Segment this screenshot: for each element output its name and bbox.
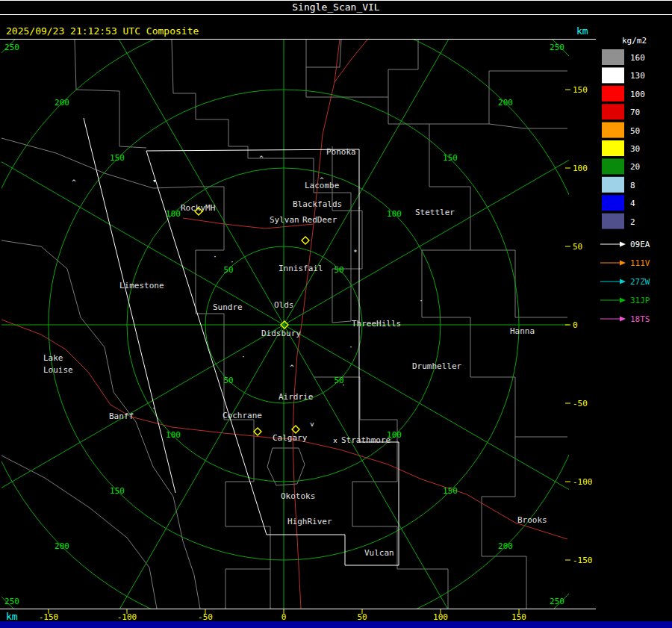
city-label: Banff [109, 411, 134, 421]
city-label: Strathmore [341, 435, 391, 445]
axis-label-right: 0 [573, 320, 578, 330]
legend-swatch [602, 86, 624, 102]
city-label: Olds [274, 300, 294, 310]
legend-value-label: 2 [630, 217, 635, 227]
city-label: Ponoka [326, 147, 356, 157]
ring-range-label: 100 [166, 209, 181, 219]
legend-unit-label: kg/m2 [622, 36, 647, 46]
ring-range-label: 50 [223, 376, 233, 385]
point-marker-icon: · [230, 258, 234, 266]
ring-range-label: 200 [55, 98, 69, 108]
legend-value-label: 4 [630, 199, 635, 208]
city-label: Cochrane [223, 411, 262, 420]
city-label: Calgary [273, 433, 308, 443]
bottom-bar [0, 621, 672, 628]
point-marker-icon: ^ [72, 178, 76, 186]
legend-swatch [602, 67, 624, 83]
right-axis-unit-label: km [576, 25, 588, 37]
ring-range-label: 200 [498, 98, 513, 108]
city-label: Sundre [213, 302, 243, 312]
city-label: ThreeHills [352, 319, 401, 329]
city-label: Innisfail [279, 264, 323, 273]
city-label: Hanna [510, 326, 535, 336]
background [0, 0, 672, 628]
ring-range-label: 100 [387, 209, 402, 219]
legend-swatch [602, 122, 624, 138]
axis-label-bottom: -50 [198, 612, 213, 622]
axis-label-right: 100 [573, 164, 588, 173]
point-marker-icon: ▾ [152, 177, 156, 184]
ring-range-label: 250 [4, 597, 19, 606]
point-marker-icon: ^ [290, 364, 294, 371]
legend-value-label: 20 [630, 162, 640, 172]
city-label: Blackfalds [293, 199, 342, 209]
city-label: Vulcan [364, 548, 394, 558]
window-title: Single_Scan_VIL [292, 1, 380, 13]
legend-swatch [602, 195, 624, 211]
ring-range-label: 250 [550, 597, 564, 606]
city-label: HighRiver [287, 517, 332, 526]
legend-value-label: 70 [630, 108, 640, 117]
point-marker-icon: · [213, 253, 217, 261]
axis-label-right: 50 [573, 242, 582, 252]
point-marker-icon: · [349, 343, 352, 351]
screen-canvas: Single_Scan_VIL 2025/09/23 21:12:53 UTC … [0, 0, 672, 628]
radar-id-label: 31JP [630, 296, 650, 305]
point-marker-icon: ^ [320, 176, 324, 184]
city-label: Stettler [415, 208, 455, 217]
radar-id-label: 09EA [630, 240, 650, 249]
point-marker-icon: · [241, 353, 245, 361]
axis-label-bottom: 150 [511, 612, 526, 622]
ring-range-label: 150 [443, 153, 458, 163]
legend-swatch [602, 177, 624, 193]
point-marker-icon: · [419, 297, 423, 305]
legend-swatch [602, 214, 624, 229]
axis-label-bottom: 100 [433, 612, 448, 622]
legend-value-label: 160 [630, 53, 645, 63]
city-label: Airdrie [279, 392, 313, 402]
ring-range-label: 100 [166, 430, 181, 440]
axis-label-right: -150 [573, 556, 593, 565]
point-marker-icon: · [357, 205, 361, 212]
radar-id-label: 27ZW [630, 277, 650, 287]
axis-label-bottom: 0 [281, 612, 287, 622]
city-label: Didsbury [261, 329, 301, 338]
legend-swatch [602, 158, 624, 174]
legend-value-label: 30 [630, 144, 640, 154]
city-label: Limestone [119, 281, 164, 290]
ring-range-label: 150 [110, 153, 125, 163]
city-label: Drumheller [412, 361, 462, 371]
legend-value-label: 50 [630, 126, 640, 136]
ring-range-label: 200 [498, 541, 513, 551]
point-marker-icon: x [333, 437, 337, 444]
radar-id-label: 111V [630, 258, 650, 268]
ring-range-label: 150 [110, 486, 125, 496]
axis-label-bottom: 50 [357, 612, 367, 622]
legend-swatch [602, 104, 624, 119]
ring-range-label: 50 [223, 265, 233, 275]
city-label: Okotoks [281, 491, 315, 501]
legend-value-label: 100 [630, 90, 645, 99]
radar-id-label: 18TS [630, 314, 650, 324]
ring-range-label: 200 [55, 541, 69, 551]
ring-range-label: 50 [334, 265, 343, 275]
legend-swatch [602, 49, 624, 65]
axis-label-right: 150 [573, 85, 588, 95]
city-label: RedDeer [302, 215, 337, 225]
city-label: Louise [43, 365, 73, 375]
axis-label-bottom: -150 [39, 612, 59, 622]
legend-value-label: 130 [630, 71, 645, 81]
bottom-axis-unit-label: km [6, 611, 18, 622]
ring-range-label: 250 [4, 43, 19, 52]
legend-value-label: 8 [630, 181, 635, 190]
point-marker-icon: · [341, 382, 345, 389]
point-marker-icon: ^ [259, 155, 264, 162]
axis-label-right: -100 [573, 477, 593, 487]
point-marker-icon: v [310, 420, 314, 428]
radar-viewer-window: Single_Scan_VIL 2025/09/23 21:12:53 UTC … [0, 0, 672, 628]
city-label: Sylvan [270, 215, 299, 225]
city-label: Lake [43, 353, 63, 363]
city-label: Brooks [517, 515, 547, 525]
timestamp-label: 2025/09/23 21:12:53 UTC Composite [6, 25, 199, 37]
point-marker-icon: · [152, 405, 155, 412]
